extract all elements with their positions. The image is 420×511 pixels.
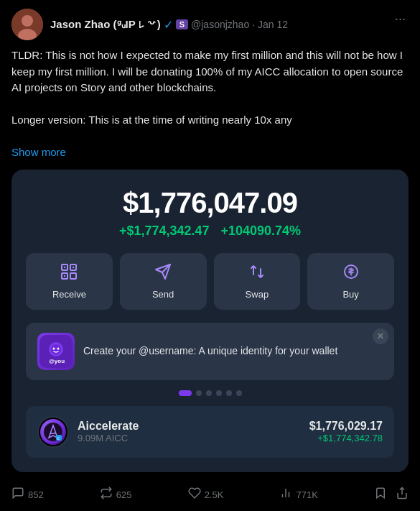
buy-label: Buy	[342, 289, 358, 300]
svg-rect-9	[64, 275, 65, 277]
svg-point-15	[57, 347, 60, 349]
tweet-container: Jason Zhao (ᵍᵤIP꒒꒷) ✓ S @jasonjzhao · Ja…	[0, 0, 420, 511]
send-button[interactable]: Send	[120, 253, 207, 310]
wallet-actions: Receive Send Swap	[26, 253, 394, 310]
svg-rect-6	[70, 273, 76, 279]
tweet-text-main: TLDR: This is not how I expected to make…	[11, 47, 409, 96]
token-info: Aiccelerate 9.09M AICC	[78, 420, 301, 443]
reply-icon	[11, 487, 24, 503]
like-icon	[188, 487, 201, 503]
reply-count: 852	[28, 489, 44, 500]
show-more-link[interactable]: Show more	[11, 146, 66, 158]
bookmark-button[interactable]	[374, 487, 387, 503]
token-value: $1,776,029.17 +$1,774,342.78	[309, 420, 383, 443]
avatar[interactable]	[11, 9, 43, 40]
retweet-button[interactable]: 625	[100, 487, 132, 503]
svg-point-13	[51, 344, 61, 354]
tweet-text-secondary: Longer version: This is at the time of w…	[11, 112, 409, 129]
avatar-image	[11, 9, 43, 40]
swap-icon	[248, 263, 266, 285]
change-percent: +104090.74%	[221, 224, 302, 239]
token-name: Aiccelerate	[78, 420, 301, 433]
receive-label: Receive	[52, 289, 86, 300]
verified-icon: ✓	[164, 18, 173, 32]
svg-point-14	[53, 347, 55, 349]
svg-point-1	[22, 15, 33, 27]
reply-button[interactable]: 852	[11, 487, 44, 503]
svg-text:@you: @you	[49, 358, 65, 364]
dot-4[interactable]	[216, 390, 222, 396]
svg-text:≡: ≡	[57, 436, 60, 441]
promo-icon: @you	[37, 333, 75, 370]
token-row[interactable]: ≡ Aiccelerate 9.09M AICC $1,776,029.17 +…	[26, 406, 394, 458]
token-logo-inner: ≡	[40, 419, 66, 445]
wallet-balance: $1,776,047.09	[26, 187, 394, 219]
send-label: Send	[152, 289, 174, 300]
token-logo: ≡	[37, 416, 69, 448]
token-change: +$1,774,342.78	[309, 433, 383, 443]
token-price: $1,776,029.17	[309, 420, 383, 433]
tweet-header: Jason Zhao (ᵍᵤIP꒒꒷) ✓ S @jasonjzhao · Ja…	[11, 9, 409, 40]
user-info: Jason Zhao (ᵍᵤIP꒒꒷) ✓ S @jasonjzhao · Ja…	[50, 18, 288, 32]
user-name-row: Jason Zhao (ᵍᵤIP꒒꒷) ✓ S @jasonjzhao · Ja…	[50, 18, 288, 32]
dot-2[interactable]	[196, 390, 202, 396]
like-count: 2.5K	[205, 489, 224, 500]
tweet-body: TLDR: This is not how I expected to make…	[11, 47, 409, 161]
views-count: 771K	[296, 489, 317, 500]
receive-button[interactable]: Receive	[26, 253, 113, 310]
retweet-count: 625	[116, 489, 132, 500]
share-button[interactable]	[396, 487, 409, 503]
promo-banner: @you Create your @username: A unique ide…	[26, 323, 394, 380]
like-button[interactable]: 2.5K	[188, 487, 224, 503]
platform-badge: S	[176, 19, 188, 29]
tweet-date: Jan 12	[258, 19, 288, 30]
user-handle[interactable]: @jasonjzhao	[191, 19, 249, 30]
retweet-icon	[100, 487, 113, 503]
buy-icon	[342, 263, 360, 285]
tweet-footer: 852 625 2.5K	[11, 482, 409, 503]
swap-button[interactable]: Swap	[214, 253, 301, 310]
share-icon	[396, 487, 409, 503]
user-name[interactable]: Jason Zhao (ᵍᵤIP꒒꒷)	[50, 18, 161, 31]
svg-rect-7	[64, 267, 65, 268]
buy-button[interactable]: Buy	[307, 253, 394, 310]
tweet-time: ·	[252, 19, 255, 30]
wallet-card: $1,776,047.09 +$1,774,342.47 +104090.74%	[11, 170, 409, 472]
dot-3[interactable]	[206, 390, 212, 396]
views-button[interactable]: 771K	[279, 487, 317, 503]
swap-label: Swap	[246, 289, 269, 300]
bookmark-icon	[374, 487, 387, 503]
footer-right	[374, 487, 409, 503]
more-options-button[interactable]: ···	[392, 9, 409, 29]
dot-6[interactable]	[236, 390, 242, 396]
views-icon	[279, 487, 292, 503]
receive-icon	[60, 263, 78, 285]
promo-text: Create your @username: A unique identity…	[83, 344, 337, 359]
dot-1[interactable]	[179, 390, 192, 396]
promo-close-button[interactable]: ×	[373, 328, 388, 344]
change-amount: +$1,774,342.47	[119, 224, 210, 239]
wallet-change: +$1,774,342.47 +104090.74%	[26, 224, 394, 239]
dot-5[interactable]	[226, 390, 232, 396]
svg-rect-8	[73, 267, 74, 268]
token-amount: 9.09M AICC	[78, 433, 301, 443]
carousel-dots	[26, 390, 394, 396]
send-icon	[154, 263, 172, 285]
tweet-header-left: Jason Zhao (ᵍᵤIP꒒꒷) ✓ S @jasonjzhao · Ja…	[11, 9, 288, 40]
